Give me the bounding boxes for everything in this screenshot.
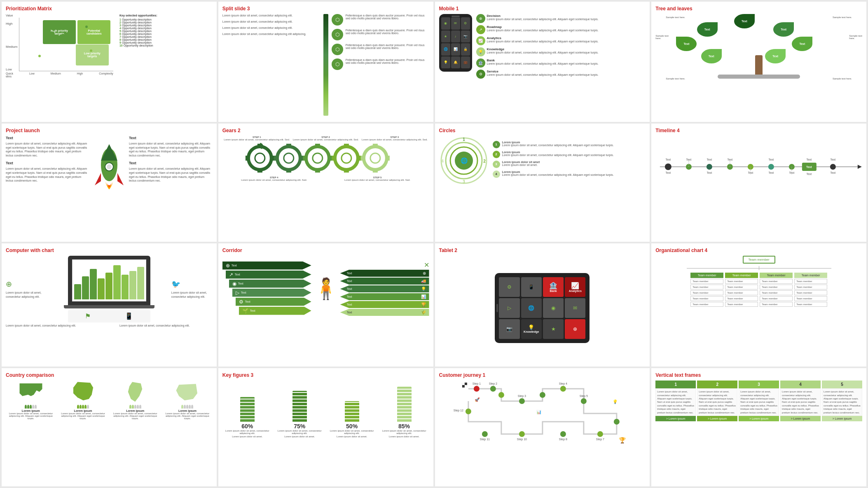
svg-rect-12: [286, 144, 291, 148]
circle-num-4: 4: [493, 170, 500, 178]
circle-text-1: Lorem ipsum dolor sit amet, consectetur …: [502, 144, 614, 147]
svg-rect-75: [464, 385, 467, 388]
corridor-arrow-r1: Text ⊕: [340, 270, 429, 277]
corridor-icon-l2: ↗: [229, 272, 233, 278]
vtf-footer-3[interactable]: > Lorem ipsum: [739, 416, 779, 421]
circle-item-3: 3 Lorem ipsum dolor sit amet Lorem ipsum…: [493, 161, 646, 168]
svg-rect-6: [257, 168, 262, 173]
svg-text:Step 8: Step 8: [559, 438, 567, 441]
bar-4: [98, 278, 105, 299]
sa-label: Lorem ipsum: [110, 409, 160, 412]
other-map: [173, 381, 202, 403]
split-icon-4: ⬡: [332, 58, 343, 70]
circle-item-1: 1 Lorem ipsum Lorem ipsum dolor sit amet…: [493, 141, 646, 148]
laptop-screen-outer: [68, 256, 150, 305]
tree-visual: Text Text Text Text Text Text Text Sampl…: [655, 14, 862, 82]
corridor-arrow-r2: Text 🚚: [340, 278, 429, 285]
phone-app-9: 🔒: [461, 43, 470, 56]
org-col-4: Team member Team member Team member Team…: [794, 273, 827, 307]
step4-label: STEP 4Lorem ipsum dolor sit amet, consec…: [241, 176, 307, 181]
svg-text:4: 4: [441, 159, 444, 163]
cell-org-chart4: Organizational chart 4 Team member Team …: [651, 243, 866, 367]
corridor-arrow-l5: ⚙ Text: [236, 298, 311, 306]
split-right-4: ⬡ Pellentesque a diam quis diam auctor p…: [332, 58, 429, 70]
split-icon-2: ⬡: [332, 29, 343, 40]
title-country: Country comparison: [6, 372, 213, 378]
launch-lorem-l2: Lorem ipsum dolor sit amet, consectetur …: [6, 167, 89, 183]
leaf-center-top: Text: [734, 14, 755, 28]
corridor-icon-l3: ◉: [232, 281, 236, 287]
sample-text-3: Sample texthere.: [655, 35, 669, 40]
corridor-text-l1: Text: [232, 264, 237, 267]
svg-rect-33: [361, 156, 365, 161]
svg-point-82: [519, 398, 524, 404]
svg-text:Text: Text: [806, 166, 812, 168]
person-dot-gray: [186, 405, 188, 409]
bar-7: [122, 275, 129, 299]
matrix-x-axis: Quickwins Low Medium High Complexity: [6, 72, 113, 78]
split-left-1: Lorem ipsum dolor sit amet, consectetur …: [222, 14, 320, 17]
usa-map: [16, 381, 45, 403]
vtf-footer-4[interactable]: > Lorem ipsum: [780, 416, 821, 421]
opp-2: 2Opportunity description: [119, 21, 213, 24]
zone-low-priority: Low prioritytargets: [76, 44, 109, 66]
svg-rect-19: [315, 168, 320, 173]
kf-item-2: 75% Lorem ipsum dolor sit amet, consecte…: [275, 381, 325, 438]
vtf-col-4: 4 Lorem ipsum dolor sit amet, consectetu…: [780, 381, 821, 421]
kf-sublabel-1: Lorem ipsum dolor sit amet.: [222, 435, 272, 438]
svg-point-10: [277, 147, 300, 170]
vtf-footer-5[interactable]: > Lorem ipsum: [822, 416, 862, 421]
vtf-body-4: Lorem ipsum dolor sit amet, consectetur …: [780, 388, 821, 416]
title-prioritization: Prioritization Matrix: [6, 6, 213, 12]
computer-content: ⊕ Lorem ipsum dolor sit amet, consectetu…: [6, 256, 213, 327]
analytics-text: Lorem ipsum dolor sit amet, consectetur …: [487, 40, 599, 43]
svg-rect-7: [270, 156, 274, 161]
svg-point-2: [107, 164, 112, 169]
circle-num-1: 1: [493, 141, 500, 148]
svg-point-92: [560, 431, 566, 437]
bar-8: [129, 271, 136, 299]
title-tablet2: Tablet 2: [439, 248, 646, 253]
cell-tablet2: Tablet 2 ⚙ 📱 🏦 Bank 📈 Analytics ▷ �: [435, 243, 650, 367]
phone-app-8: 📊: [451, 43, 460, 56]
launch-lorem-r2: Lorem ipsum dolor sit amet, consectetur …: [129, 167, 213, 183]
journey-visual: 🏆 Step 1 Step 2 Step 3 Step 4 Step 5 Ste…: [439, 381, 646, 446]
gears-svg: [222, 142, 429, 175]
country-item-other: Lorem ipsum Lorem ipsum dolor sit amet, …: [162, 381, 213, 420]
corridor-icon-r5: 🏆: [421, 302, 426, 307]
leaf-right-3: Text: [765, 49, 786, 63]
step5-label: STEP 5Lorem ipsum dolor sit amet, consec…: [344, 176, 410, 181]
corridor-right-funnel: ✕ Text ⊕ Text 🚚 Text 💡 Text 📊: [340, 261, 429, 316]
person-dot-gray: [137, 405, 139, 409]
leaf-left-3: Text: [701, 49, 722, 63]
svg-text:3: 3: [463, 180, 465, 184]
gears-steps-top: STEP 1Lorem ipsum dolor sit amet, consec…: [222, 136, 429, 141]
svg-point-96: [482, 431, 487, 437]
laptop-visual: ⚑ 📱: [50, 256, 168, 322]
cell-mobile1: Mobile 1 ◉ ✉ ⚙ ★ ♪ 📷 🌐 📊 🔒 💡 🔔 💼: [435, 2, 650, 122]
timeline-svg: Text Text Text Text Text Text Text Text …: [655, 136, 862, 198]
corridor-icon-r3: 💡: [421, 287, 426, 291]
opp-6: 6Opportunity description: [119, 33, 213, 35]
cell-tree: Tree and leaves Text Text Text Text Text…: [651, 2, 866, 122]
circles-visual: 🌐 1 2 3 4: [439, 136, 489, 185]
org-member-1-2: Team member: [690, 285, 723, 290]
corridor-arrow-l2: ↗ Text: [226, 271, 311, 279]
tablet-cell-2: 📱: [521, 277, 542, 297]
launch-text-label-l: Text: [6, 136, 89, 140]
svg-rect-24: [344, 144, 349, 148]
person-dot: [84, 405, 87, 409]
vtf-col-2: 2 Lorem ipsum dolor sit amet, consectetu…: [697, 381, 737, 421]
brazil-map: [69, 381, 98, 403]
cell-computer-chart: Computer with chart ⊕ Lorem ipsum dolor …: [2, 243, 217, 367]
vtf-footer-2[interactable]: > Lorem ipsum: [697, 416, 737, 421]
corridor-icon-l6: 🌱: [242, 308, 248, 314]
vtf-footer-1[interactable]: > Lorem ipsum: [655, 416, 696, 421]
circles-svg: 🌐 1 2 3 4: [439, 136, 489, 185]
usa-label: Lorem ipsum: [6, 409, 56, 412]
svg-point-57: [768, 164, 774, 170]
legend-title: Key selected opportunities:: [119, 14, 213, 17]
kf-item-1: 60% Lorem ipsum dolor sit amet, consecte…: [222, 381, 272, 438]
service-icon: ⚙: [476, 70, 485, 79]
split-left-3: Lorem ipsum dolor sit amet, consectetur …: [222, 26, 320, 29]
